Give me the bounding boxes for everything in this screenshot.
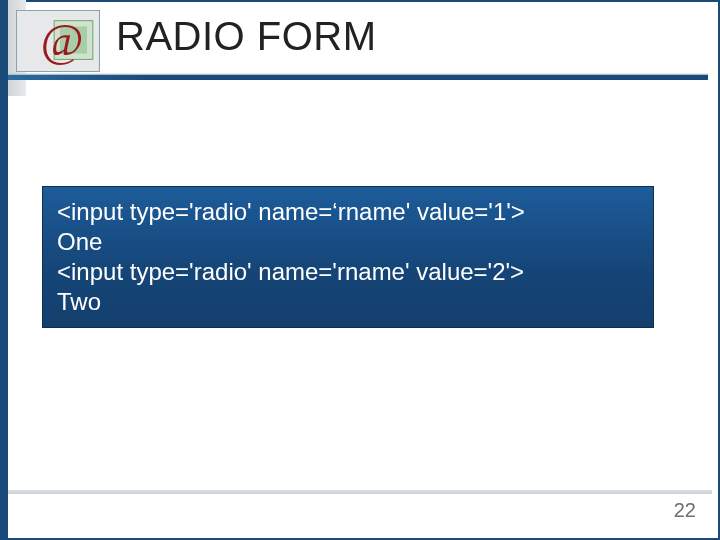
slide-title: RADIO FORM	[116, 14, 377, 59]
code-line-3: <input type='radio' name='rname' value='…	[57, 258, 524, 285]
svg-text:@: @	[41, 15, 84, 66]
code-line-4: Two	[57, 288, 101, 315]
code-line-1: <input type='radio' name=‘rname' value='…	[57, 198, 525, 225]
footer-divider	[8, 490, 712, 494]
code-example-panel: <input type='radio' name=‘rname' value='…	[42, 186, 654, 328]
code-line-2: One	[57, 228, 102, 255]
at-sign-money-icon: @	[16, 10, 100, 72]
page-number: 22	[674, 499, 696, 522]
slide: @ RADIO FORM <input type='radio' name=‘r…	[0, 0, 720, 540]
left-accent-bar	[0, 0, 8, 540]
title-underline	[8, 74, 708, 80]
